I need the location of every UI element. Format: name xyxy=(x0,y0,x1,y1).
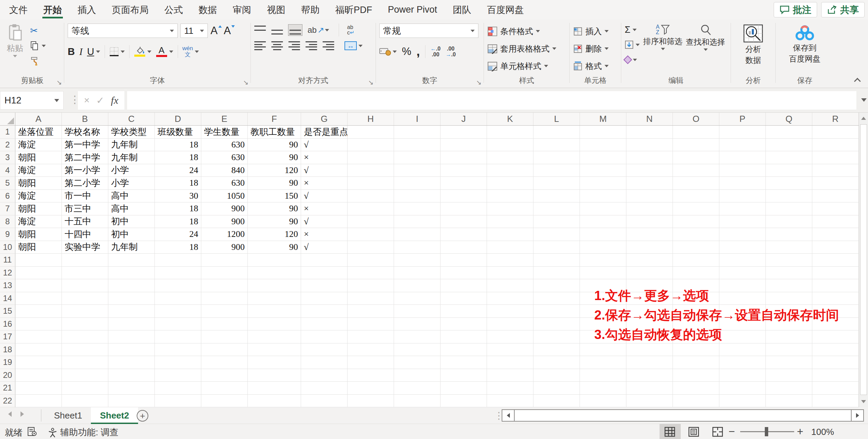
cell-A18[interactable] xyxy=(15,343,62,356)
cell-G10[interactable]: √ xyxy=(301,241,348,254)
cell-R10[interactable] xyxy=(812,241,859,254)
cell-H12[interactable] xyxy=(348,267,394,280)
cell-N4[interactable] xyxy=(626,164,673,177)
cell-O12[interactable] xyxy=(673,267,719,280)
cell-H22[interactable] xyxy=(348,395,394,408)
cell-E1[interactable]: 学生数量 xyxy=(201,126,248,139)
menu-tab-公式[interactable]: 公式 xyxy=(157,0,191,19)
cell-L10[interactable] xyxy=(533,241,580,254)
cell-G19[interactable] xyxy=(301,356,348,369)
cell-J16[interactable] xyxy=(440,318,487,331)
column-header-M[interactable]: M xyxy=(580,113,626,125)
cell-P6[interactable] xyxy=(719,190,766,203)
cell-J15[interactable] xyxy=(440,305,487,318)
cell-G14[interactable] xyxy=(301,292,348,305)
cell-K2[interactable] xyxy=(487,139,533,152)
cell-K8[interactable] xyxy=(487,215,533,228)
cell-B16[interactable] xyxy=(62,318,108,331)
cell-P3[interactable] xyxy=(719,151,766,164)
cell-P9[interactable] xyxy=(719,228,766,241)
cell-D8[interactable]: 18 xyxy=(155,215,201,228)
scroll-right-button[interactable] xyxy=(852,410,863,421)
column-header-A[interactable]: A xyxy=(15,113,62,125)
page-layout-view-button[interactable] xyxy=(688,427,699,439)
cell-R3[interactable] xyxy=(812,151,859,164)
cell-F5[interactable]: 90 xyxy=(248,177,301,190)
cell-A8[interactable]: 海淀 xyxy=(15,215,62,228)
cell-B10[interactable]: 实验中学 xyxy=(62,241,108,254)
cell-I3[interactable] xyxy=(394,151,440,164)
cell-Q4[interactable] xyxy=(766,164,812,177)
cell-M20[interactable] xyxy=(580,369,626,382)
conditional-formatting-button[interactable]: 条件格式 xyxy=(487,24,566,39)
cell-M5[interactable] xyxy=(580,177,626,190)
cell-C1[interactable]: 学校类型 xyxy=(108,126,155,139)
cell-F21[interactable] xyxy=(248,382,301,395)
cell-G6[interactable]: √ xyxy=(301,190,348,203)
cell-I8[interactable] xyxy=(394,215,440,228)
cell-D3[interactable]: 18 xyxy=(155,151,201,164)
cell-C21[interactable] xyxy=(108,382,155,395)
menu-tab-团队[interactable]: 团队 xyxy=(445,0,479,19)
cell-K9[interactable] xyxy=(487,228,533,241)
cell-L1[interactable] xyxy=(533,126,580,139)
cell-F2[interactable]: 90 xyxy=(248,139,301,152)
cell-D7[interactable]: 18 xyxy=(155,202,201,215)
cell-K19[interactable] xyxy=(487,356,533,369)
cell-L12[interactable] xyxy=(533,267,580,280)
cell-G12[interactable] xyxy=(301,267,348,280)
row-header-17[interactable]: 17 xyxy=(0,330,15,343)
cell-R9[interactable] xyxy=(812,228,859,241)
cell-B13[interactable] xyxy=(62,279,108,292)
cell-F1[interactable]: 教职工数量 xyxy=(248,126,301,139)
align-middle-button[interactable] xyxy=(271,26,283,34)
cell-N9[interactable] xyxy=(626,228,673,241)
cell-G16[interactable] xyxy=(301,318,348,331)
cell-E5[interactable]: 630 xyxy=(201,177,248,190)
cell-D18[interactable] xyxy=(155,343,201,356)
zoom-slider-thumb[interactable] xyxy=(765,427,768,436)
cell-C8[interactable]: 初中 xyxy=(108,215,155,228)
cell-A16[interactable] xyxy=(15,318,62,331)
cell-L21[interactable] xyxy=(533,382,580,395)
cell-E11[interactable] xyxy=(201,254,248,267)
menu-tab-Power Pivot[interactable]: Power Pivot xyxy=(380,0,445,19)
cell-H1[interactable] xyxy=(348,126,394,139)
cell-I10[interactable] xyxy=(394,241,440,254)
cell-B14[interactable] xyxy=(62,292,108,305)
cell-H15[interactable] xyxy=(348,305,394,318)
cell-H18[interactable] xyxy=(348,343,394,356)
cell-I19[interactable] xyxy=(394,356,440,369)
row-header-15[interactable]: 15 xyxy=(0,305,15,318)
row-header-7[interactable]: 7 xyxy=(0,202,15,215)
name-box-caret[interactable] xyxy=(54,99,59,102)
cell-Q21[interactable] xyxy=(766,382,812,395)
select-all-corner[interactable] xyxy=(0,113,15,125)
cell-R4[interactable] xyxy=(812,164,859,177)
cell-I9[interactable] xyxy=(394,228,440,241)
cell-L9[interactable] xyxy=(533,228,580,241)
cell-N10[interactable] xyxy=(626,241,673,254)
cell-D9[interactable]: 24 xyxy=(155,228,201,241)
cell-K22[interactable] xyxy=(487,395,533,408)
cell-M12[interactable] xyxy=(580,267,626,280)
cell-E3[interactable]: 630 xyxy=(201,151,248,164)
cell-D13[interactable] xyxy=(155,279,201,292)
cell-K20[interactable] xyxy=(487,369,533,382)
page-break-view-button[interactable] xyxy=(712,427,723,439)
cell-E18[interactable] xyxy=(201,343,248,356)
normal-view-button[interactable] xyxy=(664,427,675,439)
menu-tab-开始[interactable]: 开始 xyxy=(36,0,70,19)
column-header-G[interactable]: G xyxy=(301,113,348,125)
macro-record-button[interactable] xyxy=(27,427,37,439)
cell-D1[interactable]: 班级数量 xyxy=(155,126,201,139)
cell-H8[interactable] xyxy=(348,215,394,228)
cell-I16[interactable] xyxy=(394,318,440,331)
cell-I18[interactable] xyxy=(394,343,440,356)
cell-M22[interactable] xyxy=(580,395,626,408)
menu-tab-视图[interactable]: 视图 xyxy=(259,0,293,19)
cell-L2[interactable] xyxy=(533,139,580,152)
cell-M10[interactable] xyxy=(580,241,626,254)
cell-L13[interactable] xyxy=(533,279,580,292)
cell-H4[interactable] xyxy=(348,164,394,177)
